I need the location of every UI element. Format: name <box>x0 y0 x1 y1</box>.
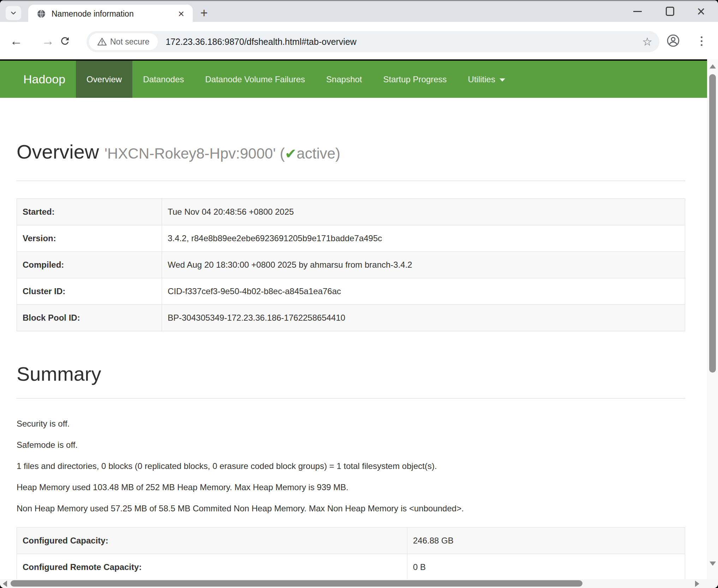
minimize-icon <box>633 11 642 12</box>
menu-dot <box>701 44 702 46</box>
window-close-button[interactable]: × <box>686 1 717 22</box>
summary-table: Configured Capacity:246.88 GB Configured… <box>17 527 685 579</box>
table-row: Configured Capacity:246.88 GB <box>17 528 685 554</box>
namenode-status: (✔active) <box>280 145 340 162</box>
scrollbar-corner <box>707 579 718 588</box>
forward-button[interactable]: → <box>40 33 56 49</box>
page-content: Overview 'HXCN-Rokey8-Hpv:9000' (✔active… <box>0 98 707 579</box>
profile-icon <box>666 34 680 47</box>
scroll-up-arrow[interactable] <box>710 64 716 69</box>
horizontal-scrollbar[interactable] <box>0 579 707 588</box>
utilities-label: Utilities <box>468 75 495 84</box>
navbar-brand-hadoop[interactable]: Hadoop <box>0 61 76 98</box>
row-value: Tue Nov 04 20:48:56 +0800 2025 <box>162 199 685 225</box>
active-check-icon: ✔ <box>285 146 297 161</box>
table-row: Configured Remote Capacity:0 B <box>17 554 685 580</box>
tab-close-icon[interactable]: × <box>176 8 186 19</box>
row-label: Compiled: <box>17 252 162 278</box>
row-value: BP-304305349-172.23.36.186-1762258654410 <box>162 305 685 331</box>
profile-button[interactable] <box>666 34 680 49</box>
scroll-down-arrow[interactable] <box>710 562 716 566</box>
row-label: Block Pool ID: <box>17 305 162 331</box>
bookmark-star-icon[interactable]: ☆ <box>642 35 652 48</box>
row-label: Started: <box>17 199 162 225</box>
nav-tab-datanodes[interactable]: Datanodes <box>132 61 195 98</box>
warning-icon <box>97 37 107 46</box>
browser-tab[interactable]: Namenode information × <box>28 5 193 23</box>
divider <box>17 398 685 399</box>
browser-toolbar: ← → Not secure 172.23.36.186:9870/dfshea… <box>0 22 718 59</box>
summary-heading: Summary <box>17 363 685 385</box>
row-value: 3.4.2, r84e8b89ee2ebe6923691205b9e171bad… <box>162 225 685 252</box>
caret-down-icon <box>499 78 505 82</box>
table-row: Started:Tue Nov 04 20:48:56 +0800 2025 <box>17 199 685 225</box>
paren-open: ( <box>280 145 285 162</box>
nav-tab-overview[interactable]: Overview <box>76 61 132 98</box>
row-value: CID-f337cef3-9e50-4b02-b8ec-a845a1ea76ac <box>162 278 685 305</box>
table-row: Block Pool ID:BP-304305349-172.23.36.186… <box>17 305 685 331</box>
safemode-status-text: Safemode is off. <box>17 440 685 450</box>
divider <box>17 180 685 181</box>
row-value: 246.88 GB <box>407 528 685 554</box>
maximize-icon <box>666 7 674 16</box>
row-label: Configured Capacity: <box>17 528 407 554</box>
namenode-subtitle: 'HXCN-Rokey8-Hpv:9000' (✔active) <box>104 145 340 162</box>
reload-icon <box>59 35 71 47</box>
nav-tab-datanode-volume-failures[interactable]: Datanode Volume Failures <box>195 61 316 98</box>
browser-window: Namenode information × + × ← → Not secur… <box>0 0 718 588</box>
row-value: 0 B <box>407 554 685 580</box>
table-row: Cluster ID:CID-f337cef3-9e50-4b02-b8ec-a… <box>17 278 685 305</box>
window-maximize-button[interactable] <box>654 1 686 22</box>
overview-heading: Overview <box>17 141 99 163</box>
scroll-right-arrow[interactable] <box>695 581 699 587</box>
menu-dot <box>701 40 702 42</box>
window-minimize-button[interactable] <box>622 1 653 22</box>
horizontal-scrollbar-thumb[interactable] <box>11 580 582 587</box>
vertical-scrollbar-thumb[interactable] <box>709 74 716 373</box>
site-security-chip[interactable]: Not secure <box>89 33 158 50</box>
row-label: Configured Remote Capacity: <box>17 554 407 580</box>
namenode-info-table: Started:Tue Nov 04 20:48:56 +0800 2025 V… <box>17 198 685 331</box>
globe-icon <box>37 9 46 18</box>
back-button[interactable]: ← <box>8 33 24 49</box>
url-text: 172.23.36.186:9870/dfshealth.html#tab-ov… <box>166 37 357 47</box>
address-bar[interactable]: Not secure 172.23.36.186:9870/dfshealth.… <box>86 31 659 52</box>
namenode-address: 'HXCN-Rokey8-Hpv:9000' <box>104 145 276 162</box>
non-heap-memory-text: Non Heap Memory used 57.25 MB of 58.5 MB… <box>17 503 685 514</box>
nav-tab-snapshot[interactable]: Snapshot <box>316 61 372 98</box>
tab-search-button[interactable] <box>6 6 21 20</box>
row-label: Cluster ID: <box>17 278 162 305</box>
table-row: Compiled:Wed Aug 20 18:30:00 +0800 2025 … <box>17 252 685 278</box>
nav-tab-utilities[interactable]: Utilities <box>457 61 516 98</box>
scroll-left-arrow[interactable] <box>3 581 7 587</box>
tab-title: Namenode information <box>52 9 176 19</box>
page-title: Overview 'HXCN-Rokey8-Hpv:9000' (✔active… <box>17 141 685 165</box>
active-status-text: active <box>297 145 335 162</box>
row-value: Wed Aug 20 18:30:00 +0800 2025 by ahmars… <box>162 252 685 278</box>
paren-close: ) <box>335 145 340 162</box>
security-status-text: Security is off. <box>17 418 685 429</box>
browser-menu-button[interactable] <box>696 33 707 49</box>
heap-memory-text: Heap Memory used 103.48 MB of 252 MB Hea… <box>17 482 685 493</box>
hadoop-navbar: Hadoop Overview Datanodes Datanode Volum… <box>0 59 707 98</box>
filesystem-objects-text: 1 files and directories, 0 blocks (0 rep… <box>17 461 685 471</box>
reload-button[interactable] <box>57 33 73 49</box>
new-tab-button[interactable]: + <box>196 6 212 20</box>
titlebar: Namenode information × + × <box>0 0 718 22</box>
nav-tab-startup-progress[interactable]: Startup Progress <box>373 61 457 98</box>
not-secure-label: Not secure <box>110 37 149 47</box>
chevron-down-icon <box>10 9 17 17</box>
vertical-scrollbar[interactable] <box>707 59 718 579</box>
table-row: Version:3.4.2, r84e8b89ee2ebe6923691205b… <box>17 225 685 252</box>
menu-dot <box>701 36 702 38</box>
row-label: Version: <box>17 225 162 252</box>
